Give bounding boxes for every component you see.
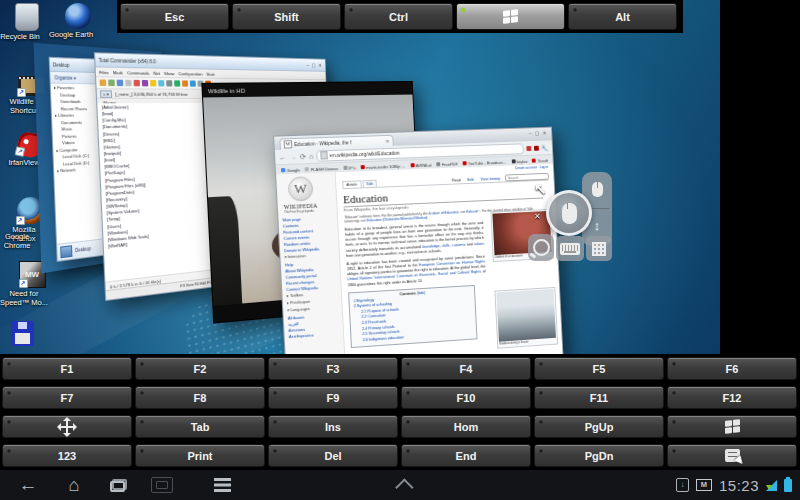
reload-icon[interactable]: ⟳ [300, 152, 306, 159]
toolbar-button-icon[interactable] [190, 81, 196, 87]
key-move-cross[interactable] [2, 415, 132, 438]
key-f7[interactable]: F7 [2, 386, 132, 409]
key-f2[interactable]: F2 [135, 357, 265, 380]
key-alt[interactable]: Alt [568, 3, 677, 30]
toolbar-button-icon[interactable] [166, 80, 172, 86]
bookmark-item[interactable]: FLASH Demos [305, 166, 338, 172]
toc-hide-link[interactable]: [hide] [417, 291, 425, 295]
forward-icon[interactable]: → [289, 153, 297, 160]
keyboard-button[interactable] [556, 236, 584, 261]
key-f12[interactable]: F12 [667, 386, 797, 409]
key-windows-logo[interactable] [456, 3, 565, 30]
organize-menu[interactable]: Organize ▾ [54, 75, 76, 81]
key-hom[interactable]: Hom [401, 415, 531, 438]
tab-read[interactable]: Read [450, 177, 463, 183]
menu-item[interactable]: Commands [127, 70, 149, 76]
keyboard-icon [560, 243, 580, 255]
toolbar-button-icon[interactable] [174, 80, 180, 86]
key-windows-logo[interactable] [667, 415, 797, 438]
menu-item[interactable]: Start [206, 71, 215, 76]
back-button[interactable]: ← [10, 470, 46, 500]
browser-window-controls[interactable]: – ▢ ✕ [529, 130, 548, 136]
numpad-button[interactable] [586, 236, 612, 261]
bookmark-item[interactable]: Papercoin20 [552, 156, 553, 162]
key-123[interactable]: 123 [2, 444, 132, 467]
key-esc[interactable]: Esc [120, 3, 229, 30]
key-f9[interactable]: F9 [268, 386, 398, 409]
menu-item[interactable]: Mark [113, 69, 123, 75]
tab-talk[interactable]: Talk [362, 180, 377, 188]
mouse-pointer-button[interactable] [546, 190, 592, 236]
key-f8[interactable]: F8 [135, 386, 265, 409]
desktop-icon-earth[interactable]: Google Earth [57, 3, 99, 40]
bookmark-item[interactable]: Google [281, 167, 300, 173]
key-context-menu[interactable] [667, 444, 797, 467]
tab-view-history[interactable]: View history [479, 176, 503, 183]
wikipedia-globe-logo[interactable]: W [288, 176, 314, 202]
tab-close-icon[interactable]: ✕ [385, 138, 390, 144]
key-del[interactable]: Del [268, 444, 398, 467]
key-pgdn[interactable]: PgDn [534, 444, 664, 467]
key-f11[interactable]: F11 [534, 386, 664, 409]
desktop-icon-recycle[interactable]: Recycle Bin [8, 3, 46, 42]
bookmark-label: AVIRA.at [415, 162, 431, 168]
collapse-keyboard-button[interactable] [388, 470, 424, 500]
toolbar-button-icon[interactable] [134, 80, 141, 86]
article-image[interactable]: Students during a lesson [494, 287, 558, 348]
bookmark-item[interactable]: YouTube - Broadcas… [462, 159, 506, 166]
bookmark-item[interactable]: keylav [511, 158, 527, 164]
toolbar-button-icon[interactable] [150, 80, 156, 86]
bookmark-item[interactable]: AVIRA.at [410, 162, 432, 168]
home-icon[interactable]: ⌂ [309, 152, 314, 159]
drive-selector[interactable]: c ▾ [100, 90, 112, 98]
key-f6[interactable]: F6 [667, 357, 797, 380]
home-button[interactable]: ⌂ [56, 470, 92, 500]
recent-apps-button[interactable] [100, 470, 136, 500]
menu-item[interactable]: Configuration [178, 71, 202, 77]
tab-edit[interactable]: Edit [465, 177, 476, 183]
bookmark-item[interactable]: movie-trailer 1080p … [360, 163, 405, 170]
toolbar-button-icon[interactable] [99, 79, 106, 86]
screenshot-button[interactable] [144, 470, 180, 500]
toolbar-button-icon[interactable] [142, 80, 148, 86]
toolbar-button-icon[interactable] [125, 80, 132, 86]
recents-icon [110, 479, 127, 492]
key-f4[interactable]: F4 [401, 357, 531, 380]
key-shift[interactable]: Shift [232, 3, 341, 30]
wrench-menu-icon[interactable]: 🔧 [541, 144, 548, 151]
toolbar-button-icon[interactable] [108, 80, 115, 87]
menu-item[interactable]: Show [164, 70, 175, 75]
key-f3[interactable]: F3 [268, 357, 398, 380]
flip3d-window-browser[interactable]: W Education - Wikipedia, the f ✕ – ▢ ✕ ←… [273, 127, 564, 358]
menu-button[interactable] [204, 470, 240, 500]
bookmark-favicon [305, 167, 309, 171]
key-pgup[interactable]: PgUp [534, 415, 664, 438]
menu-item[interactable]: Net [153, 70, 160, 75]
bookmark-item[interactable]: IP's [343, 165, 355, 171]
toolbar-button-icon[interactable] [158, 80, 164, 86]
back-icon[interactable]: ← [279, 153, 287, 160]
bookmark-item[interactable]: Trisoft [532, 158, 548, 163]
zoom-button[interactable] [528, 234, 554, 261]
key-ins[interactable]: Ins [268, 415, 398, 438]
menu-item[interactable]: Files [99, 69, 109, 75]
key-tab[interactable]: Tab [135, 415, 265, 438]
extension-icon[interactable] [533, 145, 538, 150]
system-tray[interactable]: ↓ M 15:23 [676, 470, 792, 500]
mouse-mode-button[interactable] [584, 176, 610, 202]
key-indicator-dot [672, 391, 676, 395]
tab-article[interactable]: Article [342, 180, 361, 188]
remote-desktop-wallpaper[interactable]: Recycle BinGoogle Earth↗Wildlife - Short… [0, 0, 720, 358]
commander-window-controls[interactable]: – ▢ ✕ [307, 62, 323, 68]
key-f5[interactable]: F5 [534, 357, 664, 380]
key-ctrl[interactable]: Ctrl [344, 3, 453, 30]
bookmark-item[interactable]: FreePDF [436, 161, 458, 167]
key-print[interactable]: Print [135, 444, 265, 467]
desktop-icon-floppy[interactable] [11, 321, 34, 346]
toolbar-button-icon[interactable] [182, 80, 188, 86]
key-end[interactable]: End [401, 444, 531, 467]
extension-icon[interactable] [526, 146, 531, 151]
key-f1[interactable]: F1 [2, 357, 132, 380]
toolbar-button-icon[interactable] [117, 80, 124, 86]
key-f10[interactable]: F10 [401, 386, 531, 409]
